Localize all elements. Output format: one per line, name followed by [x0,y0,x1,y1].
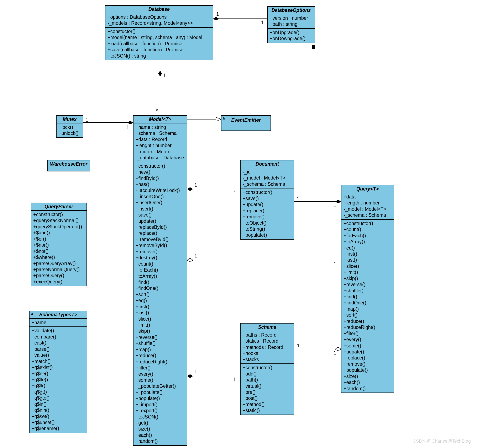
member-row: +onUpgrade() [270,29,313,35]
member-row: +_populateGetter() [136,383,185,389]
member-row: +reduceRight() [344,324,392,330]
member-row: +findOne() [344,300,392,306]
class-query-title: Query<T> [341,185,394,193]
member-row: +post() [243,395,292,401]
class-queryparser: QueryParser +constructor()+queryStackNor… [31,203,87,286]
member-row: +parseQueryArray() [33,260,84,267]
member-row: +version : number [270,15,313,21]
member-row: +sort() [344,312,392,318]
mult-model-sch-s: 1 [233,377,236,382]
member-row: +_export() [136,408,185,414]
member-row: +validate() [32,328,85,334]
member-row: +shuffle() [344,288,392,294]
member-row: +toArray() [136,273,185,279]
mult-db-model-db: 1 [163,73,166,78]
class-warehouseerror-title: WarehouseError [48,160,90,168]
member-row: +each() [344,379,392,385]
class-eventemitter: a EventEmitter [221,115,271,131]
member-row: -_removeById() [136,236,185,242]
member-row: +$and() [33,230,84,236]
member-row: +constuctor() [107,29,211,35]
class-databaseoptions-title: DatabaseOptions [268,7,315,14]
member-row: +reverse() [136,334,185,340]
class-schema: Schema +paths : Record+statics : Record+… [240,323,294,415]
class-query-ops: +constructor()+count()+forEach()+toArray… [341,220,394,393]
member-row: +shuffle() [136,340,185,346]
member-row: +path : string [270,21,313,27]
class-eventemitter-title: EventEmitter [221,116,270,124]
member-row: +slice() [136,316,185,322]
class-schematype-title: SchemaType<T> [30,311,87,319]
member-row: +random() [344,386,392,392]
member-row: +statics : Record [243,338,292,344]
member-row: +insert() [136,206,185,212]
member-row: +queryStackNormal() [33,218,84,224]
member-row: +parseNormalQuery() [33,267,84,273]
mult-model-query-m: 1 [194,253,197,259]
abstract-label-schematype: a [31,312,33,316]
member-row: +lock() [59,124,81,130]
member-row: +map() [136,347,185,353]
member-row: -_database : Database [136,155,185,161]
member-row: +size() [344,373,392,379]
member-row: +has() [136,181,185,188]
member-row: -_model : Model<T> [344,206,392,212]
member-row: +methods : Record [243,344,292,350]
member-row: +cast() [32,340,85,346]
member-row: +execQuery() [33,279,84,285]
class-model-attrs: +name : string+schema : Schema+data : Re… [133,124,187,162]
member-row: +q$rename() [32,425,85,432]
abstract-label-eventemitter: a [223,116,225,121]
member-row: +findOne() [136,285,185,291]
member-row: +replace() [243,208,292,214]
class-document-attrs: -_id-_model : Model<T>-_schema : Schema [241,168,294,189]
member-row: +_populate() [136,389,185,395]
member-row: +populate() [243,232,292,238]
member-row: +q$ne() [32,371,85,377]
mult-sch-query-q: 1 [334,350,336,356]
member-row: +name : string [136,124,185,130]
member-row: -_acquireWriteLock() [136,188,185,194]
class-mutex-ops: +lock()+unlock() [57,124,83,137]
member-row: +remove() [344,361,392,367]
member-row: +q$lt() [32,383,85,389]
member-row: +populate() [344,367,392,373]
member-row: -_models : Record<string, Model<any>> [107,20,211,26]
member-row: +limit() [136,322,185,328]
member-row: +forEach() [136,267,185,273]
member-row: +parse() [32,346,85,352]
member-row: +$or() [33,236,84,242]
member-row: +onDowngrade() [270,35,313,41]
member-row: +q$set() [32,413,85,419]
member-row: +hooks [243,350,292,356]
member-row: +filter() [136,365,185,371]
member-row: +remove() [136,249,185,255]
member-row: +udpate() [344,349,392,355]
member-row: +q$unset() [32,419,85,425]
member-row: +update() [136,218,185,224]
member-row: +save() [243,195,292,201]
class-document-title: Document [241,160,294,168]
member-row: +virtual() [243,383,292,389]
class-database-ops: +constuctor()+model(name : string, schem… [105,28,213,60]
member-row: +count() [344,226,392,233]
member-row: +count() [136,261,185,267]
member-row: +replaceById() [136,224,185,230]
class-schematype-ops: +validate()+compare()+cast()+parse()+val… [30,327,87,432]
member-row: +reduce() [344,318,392,324]
class-warehouseerror: WarehouseError [48,160,90,171]
member-row: +map() [344,306,392,312]
class-database: Database +options : DatabaseOptions-_mod… [105,5,213,60]
member-row: +$nor() [33,242,84,248]
member-row: +constructor() [243,365,292,371]
member-row: +parseQuery() [33,273,84,279]
mult-model-doc-d: * [234,189,236,195]
member-row: +sort() [136,292,185,298]
member-row: +eq() [344,245,392,251]
member-row: +unlock() [59,130,81,136]
member-row: +toString() [243,226,292,232]
class-mutex: Mutex +lock()+unlock() [56,115,83,138]
class-databaseoptions-attrs: +version : number+path : string [268,14,315,29]
member-row: +random() [136,438,185,444]
member-row: +schema : Schema [136,130,185,136]
